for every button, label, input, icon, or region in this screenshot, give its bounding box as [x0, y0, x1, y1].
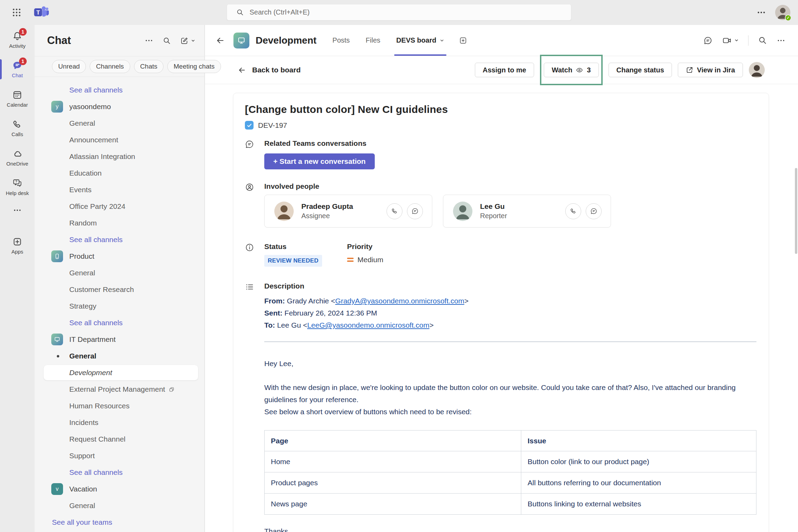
call-button[interactable]: [387, 203, 402, 219]
see-all-your-teams-link[interactable]: See all your teams: [35, 514, 204, 531]
table-row: News page Buttons linking to external we…: [265, 494, 756, 515]
email-link[interactable]: GradyA@yasoondemo.onmicrosoft.com: [335, 297, 464, 305]
view-in-jira-button[interactable]: View in Jira: [678, 63, 743, 77]
channel-item[interactable]: Office Party 2024: [35, 198, 204, 215]
search-input[interactable]: Search (Ctrl+Alt+E): [227, 4, 571, 20]
back-icon: [238, 66, 246, 74]
filter-unread[interactable]: Unread: [52, 60, 86, 73]
status-badge[interactable]: REVIEW NEEDED: [264, 255, 322, 267]
channel-item[interactable]: Strategy: [35, 298, 204, 314]
channel-list: See all channels yyasoondemo General Ann…: [35, 77, 204, 531]
scrollbar[interactable]: [795, 168, 797, 254]
see-all-channels-link[interactable]: See all channels: [35, 231, 204, 248]
meet-now-button[interactable]: [722, 36, 739, 45]
channel-item[interactable]: Events: [35, 181, 204, 198]
channel-item[interactable]: Customer Research: [35, 281, 204, 298]
channel-item[interactable]: Random: [35, 215, 204, 231]
assign-to-me-button[interactable]: Assign to me: [475, 63, 534, 77]
filter-chats[interactable]: Chats: [134, 60, 164, 73]
conversation-icon: [245, 140, 264, 149]
back-to-board-button[interactable]: Back to board: [238, 66, 301, 74]
rail-apps[interactable]: Apps: [0, 231, 35, 260]
start-conversation-button[interactable]: + Start a new conversation: [264, 153, 375, 169]
call-button[interactable]: [565, 203, 581, 219]
table-header: Page: [265, 431, 521, 451]
rail-more-button[interactable]: [0, 202, 35, 219]
chat-button[interactable]: [586, 203, 602, 219]
channel-item[interactable]: Human Resources: [35, 398, 204, 414]
channel-tabs: Posts Files DEVS board: [332, 25, 444, 56]
rail-onedrive[interactable]: OneDrive: [0, 143, 35, 172]
change-status-button[interactable]: Change status: [609, 63, 672, 77]
more-icon[interactable]: [777, 36, 786, 45]
email-link[interactable]: LeeG@yasoondemo.onmicrosoft.com: [307, 321, 429, 329]
chevron-down-icon: [440, 38, 444, 43]
checkbox-checked-icon[interactable]: [245, 121, 254, 130]
filter-channels[interactable]: Channels: [90, 60, 130, 73]
user-avatar[interactable]: [749, 62, 765, 78]
channel-item[interactable]: Request Channel: [35, 431, 204, 447]
rail-chat[interactable]: 1 Chat: [0, 54, 35, 84]
conversations-heading: Related Teams conversations: [264, 139, 756, 148]
person-card[interactable]: Lee Gu Reporter: [443, 195, 611, 228]
waffle-menu-button[interactable]: [8, 4, 25, 21]
search-icon[interactable]: [758, 36, 767, 45]
back-icon[interactable]: [215, 36, 225, 45]
tab-posts[interactable]: Posts: [332, 25, 350, 56]
chat-filter-more-button[interactable]: [144, 36, 153, 45]
channel-item-unread[interactable]: General: [35, 348, 204, 364]
rail-calendar[interactable]: Calendar: [0, 84, 35, 113]
topbar-more-button[interactable]: [756, 8, 766, 17]
issue-key[interactable]: DEV-197: [258, 121, 287, 130]
channel-title: Development: [256, 35, 317, 46]
see-all-channels-link[interactable]: See all channels: [35, 464, 204, 481]
person-card[interactable]: Pradeep Gupta Assignee: [264, 195, 432, 228]
channel-item[interactable]: General: [35, 497, 204, 514]
chat-panel: Chat Unread Channels Chats Meeting chats…: [35, 25, 205, 532]
rail-activity[interactable]: 1 Activity: [0, 25, 35, 54]
channel-item[interactable]: General: [35, 115, 204, 132]
new-chat-button[interactable]: [180, 36, 195, 45]
tab-files[interactable]: Files: [366, 25, 380, 56]
avatar: [274, 202, 294, 221]
rail-calls[interactable]: Calls: [0, 113, 35, 143]
channel-chat-icon[interactable]: [703, 36, 713, 45]
person-role: Assignee: [301, 212, 353, 220]
sidebar-channel-development[interactable]: Development: [35, 364, 204, 381]
avatar-photo: [749, 62, 765, 78]
watch-count: 3: [587, 66, 591, 74]
watch-button[interactable]: Watch 3: [544, 63, 598, 77]
team-vacation[interactable]: vVacation: [35, 481, 204, 497]
app-rail: 1 Activity 1 Chat Calendar Calls OneDriv…: [0, 25, 35, 532]
onedrive-icon: [12, 149, 23, 159]
phone-icon: [570, 207, 577, 215]
channel-item[interactable]: Support: [35, 447, 204, 464]
search-icon: [236, 8, 244, 16]
add-tab-button[interactable]: [459, 36, 467, 45]
phone-icon: [391, 207, 398, 215]
filter-meeting-chats[interactable]: Meeting chats: [167, 60, 221, 73]
search-placeholder: Search (Ctrl+Alt+E): [250, 8, 310, 16]
chat-button[interactable]: [407, 203, 423, 219]
channel-item[interactable]: Incidents: [35, 414, 204, 431]
channel-item[interactable]: Atlassian Integration: [35, 148, 204, 165]
chat-badge: 1: [19, 57, 27, 65]
team-yasoondemo[interactable]: yyasoondemo: [35, 98, 204, 115]
table-header-row: Page Issue: [265, 431, 756, 451]
email-body-paragraph: See below a short overview of buttons wh…: [264, 406, 756, 418]
see-all-channels-link[interactable]: See all channels: [35, 82, 204, 98]
tab-devs-board[interactable]: DEVS board: [396, 25, 444, 56]
channel-item[interactable]: Education: [35, 165, 204, 181]
team-it-department[interactable]: IT Department: [35, 331, 204, 348]
people-heading: Involved people: [264, 182, 756, 190]
channel-item[interactable]: Announcement: [35, 132, 204, 148]
team-product[interactable]: Product: [35, 248, 204, 265]
profile-avatar[interactable]: ✓: [775, 5, 790, 20]
chat-icon: [411, 207, 419, 215]
rail-helpdesk[interactable]: ? Help desk: [0, 172, 35, 202]
chat-search-button[interactable]: [162, 36, 171, 45]
channel-item[interactable]: General: [35, 265, 204, 281]
person-name: Pradeep Gupta: [301, 202, 353, 211]
channel-item-shared[interactable]: External Project Management: [35, 381, 204, 398]
see-all-channels-link[interactable]: See all channels: [35, 314, 204, 331]
